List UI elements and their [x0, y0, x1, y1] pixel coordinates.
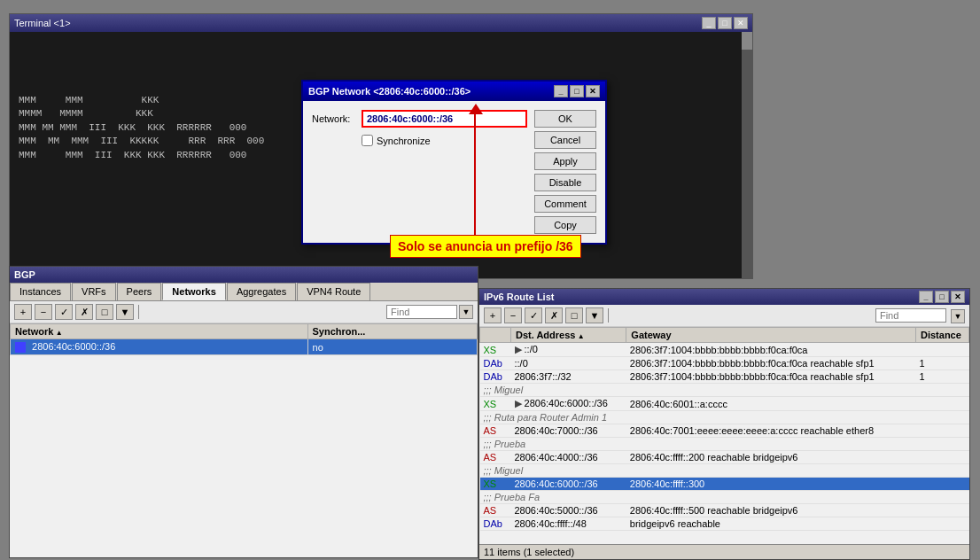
ipv6-find-input[interactable]: [875, 308, 946, 323]
gateway-cell: 2806:40c:7001:eeee:eeee:eeee:a:cccc reac…: [626, 424, 916, 438]
terminal-scrollbar[interactable]: [742, 32, 752, 278]
check-button[interactable]: ✓: [55, 304, 73, 320]
col-type[interactable]: [480, 328, 511, 343]
col-distance[interactable]: Distance: [916, 328, 969, 343]
type-cell: XS: [480, 478, 511, 491]
table-row[interactable]: DAb2806:3f7::/322806:3f7:1004:bbbb:bbbb:…: [480, 370, 969, 384]
filter-button[interactable]: ▼: [116, 304, 134, 320]
distance-cell: 1: [916, 370, 969, 384]
comment-cell: ;;; Prueba Fa: [480, 491, 969, 504]
tab-aggregates[interactable]: Aggregates: [227, 283, 296, 300]
comment-button[interactable]: Comment: [534, 195, 596, 213]
dialog-title: BGP Network <2806:40c:6000::/36>: [308, 86, 471, 97]
table-row[interactable]: AS2806:40c:7000::/362806:40c:7001:eeee:e…: [480, 424, 969, 438]
gateway-cell: 2806:40c:ffff::300: [626, 478, 916, 491]
table-row[interactable]: DAb2806:40c:ffff::/48bridgeipv6 reachabl…: [480, 517, 969, 531]
col-synchronize[interactable]: Synchron...: [307, 324, 477, 339]
table-row[interactable]: ;;; Miguel: [480, 464, 969, 478]
ipv6-add-button[interactable]: +: [484, 307, 502, 323]
terminal-minimize-btn[interactable]: _: [702, 17, 716, 29]
find-dropdown[interactable]: ▼: [459, 305, 473, 319]
table-row[interactable]: ;;; Miguel: [480, 384, 969, 397]
table-row[interactable]: AS2806:40c:5000::/362806:40c:ffff::500 r…: [480, 504, 969, 517]
table-row[interactable]: ;;; Prueba Fa: [480, 491, 969, 504]
network-input[interactable]: [362, 110, 527, 128]
type-cell: AS: [480, 504, 511, 517]
ipv6-check-button[interactable]: ✓: [525, 307, 542, 323]
tab-vrfs[interactable]: VRFs: [72, 283, 116, 300]
col-dst-address[interactable]: Dst. Address: [511, 328, 626, 343]
gateway-cell: 2806:3f7:1004:bbbb:bbbb:bbbb:f0ca:f0ca r…: [626, 357, 916, 370]
type-cell: DAb: [480, 370, 511, 384]
dialog-container: BGP Network <2806:40c:6000::/36> _ □ ✕ N…: [301, 80, 607, 245]
bgp-table-container[interactable]: Network Synchron... 2806:40c:6000::/36 n…: [10, 323, 478, 545]
ipv6-titlebar: IPv6 Route List _ □ ✕: [479, 289, 969, 305]
ipv6-square-button[interactable]: □: [565, 307, 583, 323]
ipv6-find-dropdown[interactable]: ▼: [951, 309, 965, 323]
ipv6-maximize-btn[interactable]: □: [935, 291, 949, 303]
ipv6-close-btn[interactable]: ✕: [951, 291, 965, 303]
tab-vpn4route[interactable]: VPN4 Route: [297, 283, 370, 300]
square-button[interactable]: □: [96, 304, 113, 320]
gateway-cell: bridgeipv6 reachable: [626, 517, 916, 531]
find-input[interactable]: [386, 305, 457, 319]
dialog-close-btn[interactable]: ✕: [586, 85, 600, 97]
ipv6-remove-button[interactable]: −: [504, 307, 522, 323]
table-row[interactable]: XS2806:40c:6000::/362806:40c:ffff::300: [480, 478, 969, 491]
route-table-container[interactable]: Dst. Address Gateway Distance XS▶ ::/028…: [479, 327, 969, 547]
table-row[interactable]: XS▶ 2806:40c:6000::/362806:40c:6001::a:c…: [480, 397, 969, 411]
type-cell: DAb: [480, 517, 511, 531]
bgp-toolbar: + − ✓ ✗ □ ▼ ▼: [10, 301, 478, 323]
remove-button[interactable]: −: [35, 304, 52, 320]
type-cell: XS: [480, 397, 511, 411]
add-button[interactable]: +: [14, 304, 32, 320]
distance-cell: [916, 504, 969, 517]
ok-button[interactable]: OK: [534, 110, 596, 128]
ipv6-title: IPv6 Route List: [484, 292, 554, 302]
table-row[interactable]: DAb::/02806:3f7:1004:bbbb:bbbb:bbbb:f0ca…: [480, 357, 969, 370]
bgp-titlebar: BGP: [10, 267, 478, 283]
address-cell: 2806:40c:7000::/36: [511, 424, 626, 438]
ipv6-status-bar: 11 items (1 selected): [479, 544, 969, 559]
disable-button[interactable]: Disable: [534, 174, 596, 191]
cancel-button[interactable]: Cancel: [534, 131, 596, 149]
dialog-minimize-btn[interactable]: _: [554, 85, 568, 97]
table-row[interactable]: XS▶ ::/02806:3f7:1004:bbbb:bbbb:bbbb:f0c…: [480, 343, 969, 357]
terminal-close-btn[interactable]: ✕: [734, 17, 748, 29]
bgp-tabs: Instances VRFs Peers Networks Aggregates…: [10, 283, 478, 301]
dialog-maximize-btn[interactable]: □: [570, 85, 584, 97]
ipv6-title-controls: _ □ ✕: [919, 291, 965, 303]
tab-instances[interactable]: Instances: [10, 283, 71, 300]
table-row[interactable]: AS2806:40c:4000::/362806:40c:ffff::200 r…: [480, 451, 969, 464]
col-gateway[interactable]: Gateway: [626, 328, 916, 343]
ipv6-cross-button[interactable]: ✗: [545, 307, 563, 323]
gateway-cell: 2806:40c:ffff::200 reachable bridgeipv6: [626, 451, 916, 464]
cross-button[interactable]: ✗: [75, 304, 93, 320]
address-cell: 2806:3f7::/32: [511, 370, 626, 384]
terminal-titlebar: Terminal <1> _ □ ✕: [10, 14, 752, 32]
tab-networks[interactable]: Networks: [162, 283, 226, 300]
terminal-scrollbar-thumb[interactable]: [742, 32, 752, 50]
col-network[interactable]: Network: [11, 324, 308, 339]
network-cell: 2806:40c:6000::/36: [11, 339, 308, 355]
network-row: Network:: [312, 110, 527, 128]
copy-button[interactable]: Copy: [534, 216, 596, 234]
table-row[interactable]: ;;; Ruta para Router Admin 1: [480, 411, 969, 424]
synchronize-label: Synchronize: [377, 136, 431, 146]
apply-button[interactable]: Apply: [534, 152, 596, 170]
table-row[interactable]: 2806:40c:6000::/36 no: [11, 339, 478, 355]
ipv6-minimize-btn[interactable]: _: [919, 291, 933, 303]
terminal-controls: _ □ ✕: [702, 17, 748, 29]
table-row[interactable]: ;;; Prueba: [480, 438, 969, 451]
tab-peers[interactable]: Peers: [117, 283, 162, 300]
dialog-buttons: OK Cancel Apply Disable Comment Copy: [534, 110, 596, 234]
ipv6-find-box: ▼: [875, 308, 965, 323]
toolbar-separator: [138, 305, 139, 319]
type-cell: DAb: [480, 357, 511, 370]
sync-cell: no: [307, 339, 477, 355]
ipv6-filter-button[interactable]: ▼: [586, 307, 603, 323]
terminal-maximize-btn[interactable]: □: [718, 17, 732, 29]
bgp-panel: BGP Instances VRFs Peers Networks Aggreg…: [9, 266, 478, 558]
synchronize-checkbox[interactable]: [362, 135, 373, 146]
comment-cell: ;;; Prueba: [480, 438, 969, 451]
